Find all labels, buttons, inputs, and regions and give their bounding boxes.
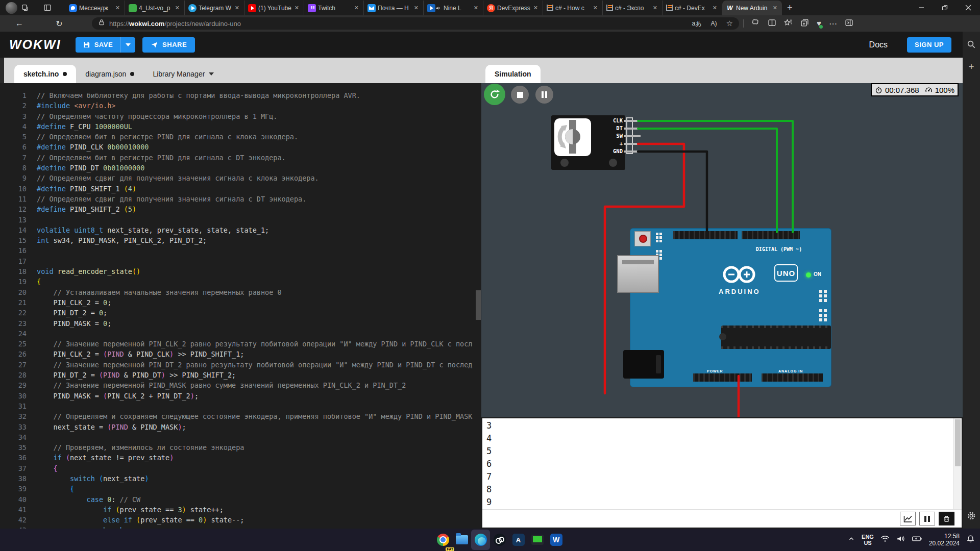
browser-tab[interactable]: 4_Ust-vo_p✕: [125, 1, 185, 15]
browser-tab[interactable]: (1) YouTube✕: [244, 1, 304, 15]
editor-scrollbar[interactable]: [476, 290, 481, 320]
read-aloud-icon[interactable]: A): [711, 20, 717, 27]
restart-simulation-button[interactable]: [484, 84, 505, 105]
taskbar-app-start[interactable]: [414, 530, 433, 550]
close-window-button[interactable]: [957, 0, 980, 15]
editor-tab-sketch-ino[interactable]: sketch.ino: [14, 65, 76, 83]
editor-tab-diagram-json[interactable]: diagram.json: [76, 65, 143, 83]
serial-plot-button[interactable]: [900, 512, 916, 525]
browser-essentials-icon[interactable]: ♥: [817, 19, 821, 28]
share-button[interactable]: SHARE: [142, 37, 195, 53]
more-menu-icon[interactable]: ⋯: [829, 19, 837, 29]
tab-close-icon[interactable]: ✕: [532, 5, 539, 11]
favorite-star-icon[interactable]: ☆: [726, 19, 733, 28]
address-bar[interactable]: https://wokwi.com/projects/new/arduino-u…: [92, 17, 739, 30]
save-dropdown-button[interactable]: [120, 37, 135, 53]
atmega328-chip[interactable]: [721, 325, 831, 349]
power-header[interactable]: [693, 373, 752, 382]
tray-chevron-icon[interactable]: [848, 535, 855, 544]
refresh-button[interactable]: ↻: [51, 15, 67, 32]
encoder-pin-clk[interactable]: [624, 120, 641, 122]
signup-button[interactable]: SIGN UP: [907, 37, 951, 53]
encoder-pin-sw[interactable]: [624, 135, 641, 137]
tab-close-icon[interactable]: ✕: [293, 5, 300, 11]
wifi-icon[interactable]: [880, 535, 890, 545]
battery-icon[interactable]: [912, 535, 922, 544]
taskbar-app-word[interactable]: W: [547, 530, 566, 550]
translate-icon[interactable]: aあ: [692, 19, 702, 28]
serial-pause-button[interactable]: [919, 512, 935, 525]
taskbar-app-app-a[interactable]: A: [509, 530, 528, 550]
rotary-encoder[interactable]: CLKDTSW+GND: [551, 115, 648, 170]
taskbar-app-chrome[interactable]: FAT: [433, 530, 452, 550]
volume-icon[interactable]: [896, 535, 905, 545]
minimize-button[interactable]: [910, 0, 933, 15]
reset-button-cap[interactable]: [639, 235, 647, 243]
tab-close-icon[interactable]: ✕: [592, 5, 599, 11]
tab-close-icon[interactable]: ✕: [772, 5, 778, 11]
taskbar-app-capture[interactable]: [528, 530, 547, 550]
tab-close-icon[interactable]: ✕: [234, 5, 240, 11]
browser-tab[interactable]: c# - Экспо✕: [603, 1, 663, 15]
serial-output[interactable]: 3456789: [482, 418, 953, 509]
serial-scrollbar[interactable]: [953, 418, 962, 509]
extension-icon[interactable]: [751, 18, 760, 29]
encoder-pin-dt[interactable]: [624, 128, 641, 130]
profile-avatar[interactable]: [6, 2, 17, 14]
tab-close-icon[interactable]: ✕: [413, 5, 420, 11]
new-tab-button[interactable]: +: [782, 3, 798, 13]
taskbar-app-explorer[interactable]: [452, 530, 471, 550]
notifications-bell-icon[interactable]: [966, 535, 975, 545]
pause-simulation-button[interactable]: [535, 86, 553, 104]
code-line: 29 // Значение переменной PIND_MASK равн…: [0, 380, 481, 390]
serial-clear-button[interactable]: [939, 512, 954, 525]
taskbar-app-steam[interactable]: [490, 530, 509, 550]
clock[interactable]: 12:5820.02.2024: [929, 533, 960, 547]
collections-icon[interactable]: [800, 18, 809, 29]
browser-tab[interactable]: Telegram W✕: [185, 1, 244, 15]
settings-gear-icon[interactable]: [966, 510, 977, 521]
reset-button[interactable]: [634, 231, 651, 246]
browser-tab[interactable]: c# - DevEx✕: [663, 1, 722, 15]
tab-close-icon[interactable]: ✕: [114, 5, 121, 11]
encoder-pin-gnd[interactable]: [624, 151, 641, 153]
browser-tab[interactable]: c# - How c✕: [543, 1, 603, 15]
restore-button[interactable]: [933, 0, 957, 15]
sidebar-toggle-icon[interactable]: [845, 18, 853, 29]
analog-header[interactable]: [762, 373, 823, 382]
digital-header-left[interactable]: [742, 231, 800, 239]
arduino-uno-board[interactable]: DIGITAL (PWM ~) UNO ARDUINO ON: [630, 228, 831, 387]
tab-close-icon[interactable]: ✕: [353, 5, 360, 11]
sidebar-add-icon[interactable]: +: [968, 61, 974, 72]
serial-scrollbar-thumb[interactable]: [955, 419, 961, 466]
encoder-knob[interactable]: [554, 118, 591, 156]
encoder-pin-plus[interactable]: [624, 143, 641, 145]
workspaces-icon[interactable]: [17, 0, 33, 15]
simulation-canvas[interactable]: 00:07.368 100% DIGITAL (PWM ~): [481, 83, 963, 417]
taskbar-app-edge[interactable]: [471, 530, 490, 550]
browser-tab[interactable]: ЯDevExpress✕: [483, 1, 543, 15]
search-icon[interactable]: [966, 39, 977, 50]
browser-tab[interactable]: Мессендж✕: [65, 1, 125, 15]
tab-close-icon[interactable]: ✕: [712, 5, 718, 11]
back-button[interactable]: ←: [11, 15, 28, 32]
tab-close-icon[interactable]: ✕: [473, 5, 479, 11]
favorites-icon[interactable]: [784, 18, 793, 29]
browser-tab[interactable]: Почта — H✕: [364, 1, 424, 15]
code-editor[interactable]: 1// Включаем библиотеку для работы с пор…: [0, 83, 481, 529]
split-screen-icon[interactable]: [768, 18, 776, 29]
editor-tab-library-manager[interactable]: Library Manager: [143, 65, 223, 83]
tab-audio-icon[interactable]: [435, 5, 442, 11]
vertical-tabs-icon[interactable]: [40, 0, 55, 15]
stop-simulation-button[interactable]: [511, 86, 529, 104]
tab-simulation[interactable]: Simulation: [485, 65, 541, 83]
tab-close-icon[interactable]: ✕: [174, 5, 181, 11]
tab-close-icon[interactable]: ✕: [652, 5, 658, 11]
browser-tab[interactable]: Nine L✕: [424, 1, 483, 15]
browser-tab[interactable]: Twitch✕: [304, 1, 364, 15]
browser-tab[interactable]: WNew Arduin✕: [722, 1, 782, 15]
digital-header-right[interactable]: [673, 231, 738, 239]
docs-link[interactable]: Docs: [869, 40, 888, 49]
save-button[interactable]: SAVE: [76, 37, 120, 53]
language-indicator[interactable]: ENGUS: [862, 534, 874, 546]
